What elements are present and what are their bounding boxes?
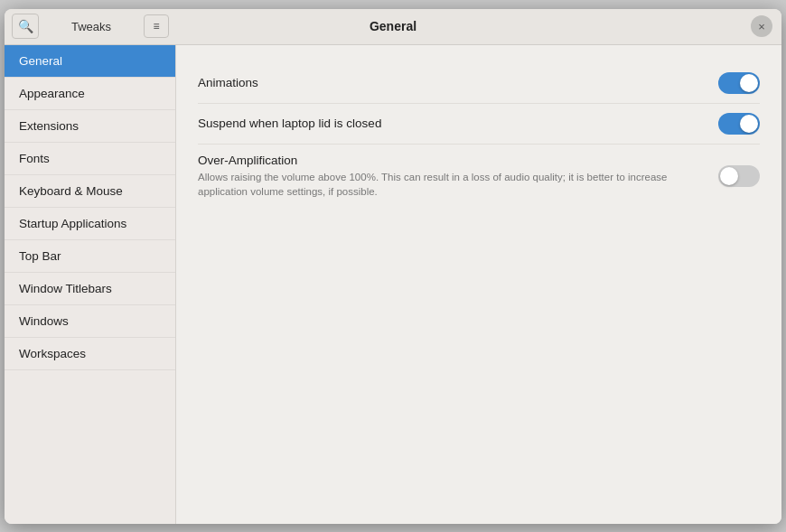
search-button[interactable]: 🔍 [12, 14, 39, 39]
suspend-lid-label-block: Suspend when laptop lid is closed [198, 117, 718, 130]
suspend-lid-row: Suspend when laptop lid is closed [198, 104, 760, 145]
sidebar-item-appearance[interactable]: Appearance [5, 78, 175, 110]
over-amplification-label: Over-Amplification [198, 154, 718, 167]
menu-button[interactable]: ≡ [144, 14, 169, 38]
suspend-lid-toggle[interactable] [718, 113, 760, 135]
animations-toggle-thumb [740, 74, 758, 92]
menu-icon: ≡ [153, 20, 159, 33]
window-title: General [176, 19, 610, 33]
over-amplification-label-block: Over-Amplification Allows raising the vo… [198, 154, 718, 199]
titlebar-right: × [610, 15, 781, 37]
sidebar: General Appearance Extensions Fonts Keyb… [5, 45, 176, 524]
titlebar: 🔍 Tweaks ≡ General × [5, 9, 781, 45]
suspend-lid-toggle-thumb [740, 115, 758, 133]
sidebar-item-keyboard-mouse[interactable]: Keyboard & Mouse [5, 175, 175, 208]
over-amplification-toggle-thumb [720, 167, 738, 185]
titlebar-left: 🔍 Tweaks ≡ [5, 14, 176, 39]
over-amplification-toggle[interactable] [718, 165, 760, 187]
animations-label-block: Animations [198, 76, 718, 89]
tweaks-label: Tweaks [42, 20, 140, 33]
animations-label: Animations [198, 76, 718, 89]
animations-toggle[interactable] [718, 72, 760, 94]
over-amplification-row: Over-Amplification Allows raising the vo… [198, 145, 760, 208]
animations-row: Animations [198, 63, 760, 104]
content-area: General Appearance Extensions Fonts Keyb… [5, 45, 781, 524]
search-icon: 🔍 [18, 19, 33, 33]
sidebar-item-workspaces[interactable]: Workspaces [5, 338, 175, 370]
over-amplification-desc: Allows raising the volume above 100%. Th… [198, 170, 704, 199]
suspend-lid-toggle-track[interactable] [718, 113, 760, 135]
sidebar-item-fonts[interactable]: Fonts [5, 143, 175, 175]
animations-toggle-track[interactable] [718, 72, 760, 94]
sidebar-item-window-titlebars[interactable]: Window Titlebars [5, 273, 175, 305]
sidebar-item-windows[interactable]: Windows [5, 305, 175, 338]
sidebar-item-startup-applications[interactable]: Startup Applications [5, 208, 175, 240]
sidebar-item-general[interactable]: General [5, 45, 175, 78]
sidebar-item-extensions[interactable]: Extensions [5, 110, 175, 143]
app-window: 🔍 Tweaks ≡ General × General Appearance … [5, 9, 781, 524]
suspend-lid-label: Suspend when laptop lid is closed [198, 117, 718, 130]
sidebar-item-top-bar[interactable]: Top Bar [5, 240, 175, 273]
close-button[interactable]: × [751, 15, 772, 37]
over-amplification-toggle-track[interactable] [718, 165, 760, 187]
main-content: Animations Suspend when laptop lid is cl… [176, 45, 781, 524]
